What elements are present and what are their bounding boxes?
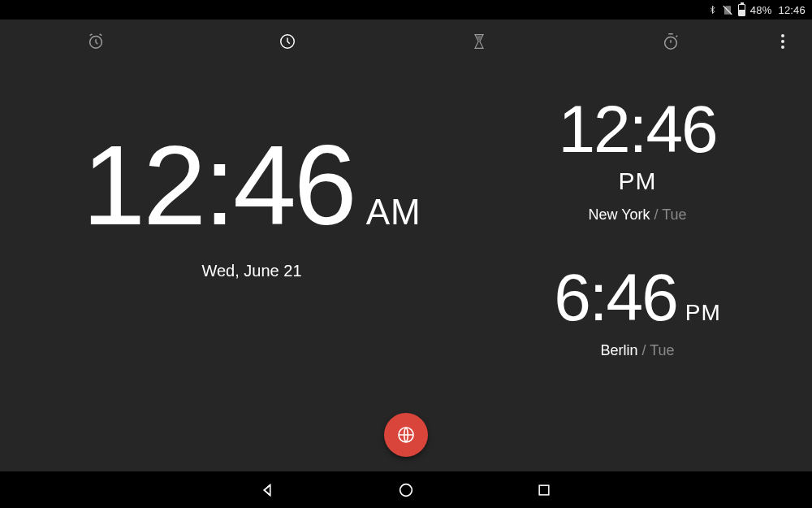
svg-rect-6 xyxy=(539,485,549,495)
svg-point-5 xyxy=(400,484,412,496)
content-area: 12:46 AM Wed, June 21 12:46 PM New York … xyxy=(0,63,812,471)
tab-timer[interactable] xyxy=(383,20,575,63)
clock-app: 12:46 AM Wed, June 21 12:46 PM New York … xyxy=(0,20,812,471)
back-button[interactable] xyxy=(252,474,284,506)
tab-alarm[interactable] xyxy=(0,20,192,63)
world-location: New York / Tue xyxy=(512,206,763,224)
battery-icon xyxy=(738,4,745,16)
local-time: 12:46 xyxy=(82,128,354,242)
tab-stopwatch[interactable] xyxy=(575,20,767,63)
world-ampm: PM xyxy=(619,167,657,195)
local-date: Wed, June 21 xyxy=(0,262,503,280)
globe-icon xyxy=(396,425,416,445)
tab-bar xyxy=(0,20,812,63)
world-clock-item[interactable]: 6:46 PM Berlin / Tue xyxy=(512,264,763,359)
dots-vertical-icon xyxy=(781,34,784,37)
bluetooth-icon xyxy=(708,3,717,16)
recents-button[interactable] xyxy=(528,474,560,506)
overflow-menu-button[interactable] xyxy=(767,25,799,58)
world-location: Berlin / Tue xyxy=(512,342,763,359)
navigation-bar xyxy=(0,471,812,508)
home-button[interactable] xyxy=(390,474,422,506)
world-clocks: 12:46 PM New York / Tue 6:46 PM Berlin /… xyxy=(512,96,763,359)
world-time: 6:46 xyxy=(554,264,677,331)
local-ampm: AM xyxy=(366,192,421,232)
no-sim-icon xyxy=(722,4,733,16)
status-bar: 48% 12:46 xyxy=(0,0,812,20)
tab-clock[interactable] xyxy=(192,20,383,63)
local-clock: 12:46 AM Wed, June 21 xyxy=(0,63,503,280)
battery-percent: 48% xyxy=(750,4,772,16)
world-clock-item[interactable]: 12:46 PM New York / Tue xyxy=(512,96,763,224)
world-ampm: PM xyxy=(685,300,721,326)
status-time: 12:46 xyxy=(778,4,806,16)
world-time: 12:46 xyxy=(558,96,716,163)
add-world-clock-fab[interactable] xyxy=(384,413,428,457)
